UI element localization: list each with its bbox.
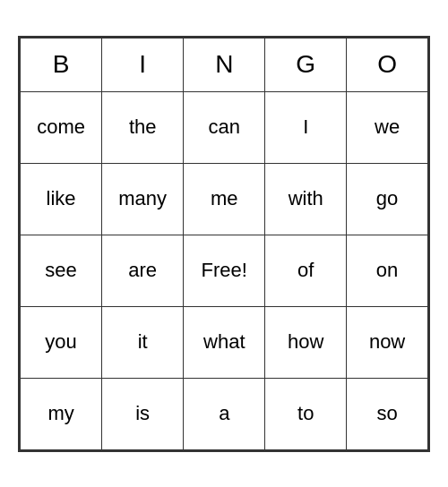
header-cell-b: B (21, 38, 102, 91)
cell-r4-c2: a (184, 378, 265, 449)
cell-r0-c3: I (265, 91, 347, 163)
header-cell-g: G (265, 38, 347, 91)
cell-r1-c1: many (102, 163, 184, 235)
cell-r0-c4: we (347, 91, 428, 163)
cell-r2-c2: Free! (184, 235, 265, 306)
header-row: BINGO (21, 38, 428, 91)
cell-r3-c1: it (102, 306, 184, 378)
cell-r4-c4: so (347, 378, 428, 449)
cell-r4-c0: my (21, 378, 102, 449)
cell-r2-c1: are (102, 235, 184, 306)
cell-r2-c0: see (21, 235, 102, 306)
table-row: comethecanIwe (21, 91, 428, 163)
header-cell-o: O (347, 38, 428, 91)
cell-r2-c3: of (265, 235, 347, 306)
cell-r1-c0: like (21, 163, 102, 235)
table-row: youitwhathownow (21, 306, 428, 378)
cell-r1-c3: with (265, 163, 347, 235)
cell-r0-c0: come (21, 91, 102, 163)
cell-r3-c2: what (184, 306, 265, 378)
table-row: likemanymewithgo (21, 163, 428, 235)
cell-r4-c3: to (265, 378, 347, 449)
header-cell-n: N (184, 38, 265, 91)
bingo-table: BINGO comethecanIwelikemanymewithgoseear… (20, 38, 428, 450)
header-cell-i: I (102, 38, 184, 91)
cell-r1-c2: me (184, 163, 265, 235)
cell-r4-c1: is (102, 378, 184, 449)
cell-r3-c4: now (347, 306, 428, 378)
cell-r0-c1: the (102, 91, 184, 163)
cell-r2-c4: on (347, 235, 428, 306)
table-row: myisatoso (21, 378, 428, 449)
cell-r0-c2: can (184, 91, 265, 163)
table-row: seeareFree!ofon (21, 235, 428, 306)
bingo-card: BINGO comethecanIwelikemanymewithgoseear… (18, 36, 430, 452)
cell-r3-c0: you (21, 306, 102, 378)
cell-r1-c4: go (347, 163, 428, 235)
cell-r3-c3: how (265, 306, 347, 378)
